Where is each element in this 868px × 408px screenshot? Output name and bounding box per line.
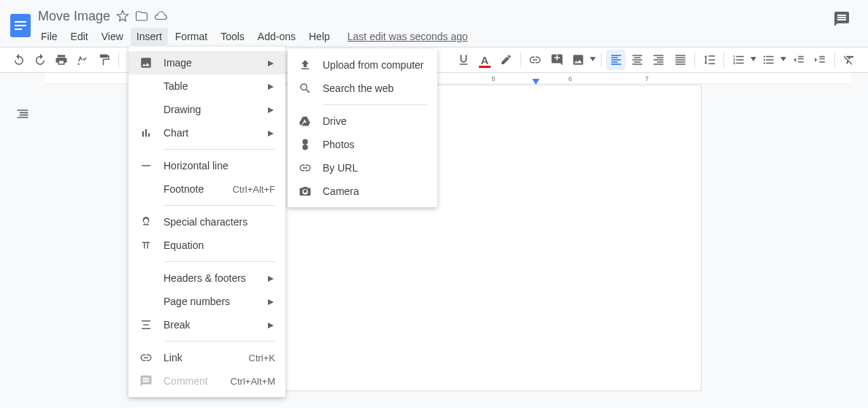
chart-icon <box>139 126 153 139</box>
menu-item-label: Camera <box>323 185 427 197</box>
menu-item-label: Upload from computer <box>323 59 427 71</box>
clear-formatting-button[interactable] <box>840 50 859 70</box>
menu-file[interactable]: File <box>35 28 64 45</box>
star-icon[interactable] <box>116 9 129 23</box>
insert-item-drawing[interactable]: Drawing <box>128 98 285 121</box>
right-indent-marker[interactable] <box>532 79 539 86</box>
spellcheck-button[interactable] <box>73 50 93 70</box>
undo-button[interactable] <box>9 50 28 70</box>
numbered-list-dropdown-icon[interactable] <box>750 57 758 63</box>
insert-item-link[interactable]: LinkCtrl+K <box>128 346 285 369</box>
shortcut-hint: Ctrl+Alt+M <box>231 376 275 387</box>
ruler-tick: 6 <box>569 75 572 82</box>
image-icon <box>139 56 153 69</box>
insert-item-footnote[interactable]: FootnoteCtrl+Alt+F <box>128 177 285 201</box>
insert-item-image[interactable]: Image <box>128 51 285 74</box>
menu-item-label: Break <box>164 319 258 331</box>
menu-insert[interactable]: Insert <box>131 28 168 45</box>
menu-item-label: Headers & footers <box>164 272 258 284</box>
insert-item-chart[interactable]: Chart <box>128 121 285 145</box>
camera-icon <box>298 185 312 198</box>
menu-item-label: Drive <box>323 115 427 127</box>
photos-icon <box>298 138 312 151</box>
svg-rect-2 <box>15 25 26 26</box>
menu-help[interactable]: Help <box>303 28 336 45</box>
cloud-status-icon[interactable] <box>154 9 167 23</box>
text-color-button[interactable]: A <box>475 50 494 70</box>
hr-icon <box>139 159 153 172</box>
image-item-upload-from-computer[interactable]: Upload from computer <box>288 53 437 77</box>
last-edit-link[interactable]: Last edit was seconds ago <box>347 31 468 42</box>
numbered-list-button[interactable] <box>729 50 748 70</box>
image-dropdown-icon[interactable] <box>590 57 597 63</box>
omega-icon <box>139 215 153 228</box>
svg-rect-1 <box>15 21 26 23</box>
insert-item-headers-footers[interactable]: Headers & footers <box>128 266 285 290</box>
menu-edit[interactable]: Edit <box>65 28 94 45</box>
align-left-button[interactable] <box>606 50 626 70</box>
search-icon <box>298 82 312 95</box>
menu-format[interactable]: Format <box>169 28 213 45</box>
menu-item-label: Chart <box>164 127 258 139</box>
submenu-arrow-icon <box>268 319 275 331</box>
pi-icon <box>139 239 153 252</box>
doc-title[interactable]: Move Image <box>38 9 110 24</box>
insert-item-table[interactable]: Table <box>128 74 285 98</box>
submenu-arrow-icon <box>268 127 275 139</box>
align-right-button[interactable] <box>649 50 669 70</box>
underline-button[interactable] <box>453 50 473 70</box>
image-item-camera[interactable]: Camera <box>288 180 437 203</box>
menu-add-ons[interactable]: Add-ons <box>252 28 302 45</box>
menu-item-label: Link <box>164 352 239 363</box>
align-center-button[interactable] <box>627 50 647 70</box>
image-item-photos[interactable]: Photos <box>288 133 437 156</box>
image-item-search-the-web[interactable]: Search the web <box>288 77 437 100</box>
shortcut-hint: Ctrl+Alt+F <box>232 184 275 195</box>
image-item-by-url[interactable]: By URL <box>288 156 437 180</box>
insert-item-special-characters[interactable]: Special characters <box>128 210 285 234</box>
redo-button[interactable] <box>30 50 50 70</box>
move-folder-icon[interactable] <box>135 9 148 23</box>
ruler-tick: 7 <box>645 75 649 82</box>
insert-image-button[interactable] <box>568 50 588 70</box>
document-page[interactable] <box>212 85 702 391</box>
image-item-drive[interactable]: Drive <box>288 109 437 133</box>
menu-item-label: By URL <box>323 162 427 174</box>
show-outline-button[interactable] <box>0 73 45 391</box>
comment-icon <box>139 374 153 388</box>
shortcut-hint: Ctrl+K <box>249 353 275 363</box>
insert-item-break[interactable]: Break <box>128 313 285 336</box>
open-comments-button[interactable] <box>833 10 850 30</box>
paint-format-button[interactable] <box>94 50 114 70</box>
print-button[interactable] <box>51 50 71 70</box>
submenu-arrow-icon <box>268 80 275 92</box>
decrease-indent-button[interactable] <box>788 50 808 70</box>
ruler-tick: 5 <box>492 75 496 82</box>
insert-item-horizontal-line[interactable]: Horizontal line <box>128 154 285 177</box>
menu-item-label: Search the web <box>323 82 427 94</box>
line-spacing-button[interactable] <box>699 50 719 70</box>
bulleted-list-dropdown-icon[interactable] <box>780 57 788 63</box>
menu-item-label: Equation <box>164 239 275 251</box>
submenu-arrow-icon <box>268 57 275 69</box>
insert-item-page-numbers[interactable]: Page numbers <box>128 290 285 313</box>
submenu-arrow-icon <box>268 296 275 307</box>
docs-logo[interactable] <box>6 6 35 45</box>
menubar: FileEditViewInsertFormatToolsAdd-onsHelp… <box>35 26 468 47</box>
insert-link-button[interactable] <box>526 50 545 70</box>
align-justify-button[interactable] <box>670 50 690 70</box>
add-comment-button[interactable] <box>547 50 566 70</box>
submenu-arrow-icon <box>268 272 275 284</box>
menu-item-label: Drawing <box>164 104 258 115</box>
increase-indent-button[interactable] <box>810 50 830 70</box>
image-submenu: Upload from computerSearch the webDriveP… <box>288 49 437 207</box>
drive-icon <box>298 115 312 128</box>
submenu-arrow-icon <box>268 104 275 115</box>
insert-item-equation[interactable]: Equation <box>128 234 285 257</box>
menu-view[interactable]: View <box>96 28 129 45</box>
bulleted-list-button[interactable] <box>758 50 778 70</box>
link-icon <box>139 351 153 364</box>
highlight-button[interactable] <box>496 50 516 70</box>
insert-item-comment: CommentCtrl+Alt+M <box>128 369 285 393</box>
menu-tools[interactable]: Tools <box>215 28 250 45</box>
